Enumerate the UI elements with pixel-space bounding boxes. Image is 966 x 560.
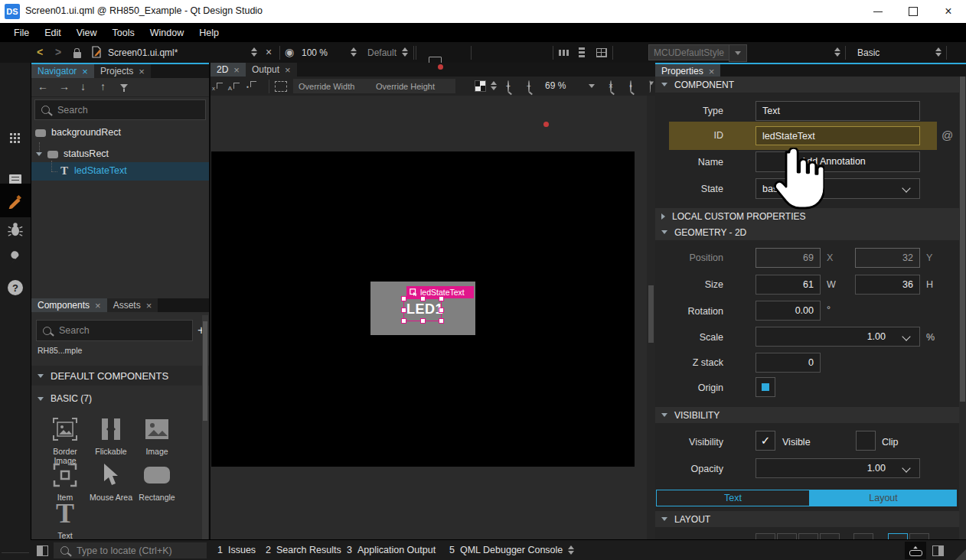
kit-spinner[interactable] — [402, 47, 408, 57]
anchor-bottom-button[interactable] — [777, 533, 797, 539]
properties-scrollbar[interactable] — [959, 77, 966, 539]
unlock-icon[interactable] — [73, 52, 81, 58]
section-component[interactable]: COMPONENT — [655, 77, 965, 93]
opacity-field[interactable]: 1.00 — [756, 458, 920, 478]
run-icon[interactable]: ◉ — [285, 46, 294, 58]
toggle-right-panel-icon[interactable] — [932, 545, 944, 556]
zoom-dropdown-icon[interactable] — [589, 84, 595, 88]
toggle-left-panel-icon[interactable] — [37, 545, 48, 556]
section-visibility[interactable]: VISIBILITY — [655, 407, 965, 423]
workspace-spinner[interactable] — [935, 47, 942, 57]
component-text[interactable]: T Text — [42, 499, 88, 539]
run-zoom-value[interactable]: 100 % — [302, 47, 328, 58]
selection-handle[interactable] — [439, 318, 444, 324]
snapping-icon[interactable] — [275, 81, 287, 92]
workspace-selector[interactable]: Basic — [857, 47, 880, 58]
output-pane-application-output[interactable]: 3Application Output — [347, 545, 436, 555]
components-scrollbar[interactable] — [202, 315, 208, 539]
selection-handle[interactable] — [420, 318, 426, 324]
close-icon[interactable]: × — [146, 301, 152, 311]
nav-forward-icon[interactable]: → — [59, 80, 70, 93]
projects-wrench-icon[interactable] — [7, 250, 24, 269]
debug-mode-icon[interactable] — [7, 221, 24, 240]
reset-view-icon[interactable] — [649, 80, 651, 93]
expand-arrow-icon[interactable] — [36, 152, 42, 156]
minimize-button[interactable] — [860, 0, 896, 23]
size-w-field[interactable]: 61 — [756, 275, 821, 295]
selection-handle[interactable] — [401, 308, 406, 313]
tab-text-properties[interactable]: Text — [656, 490, 810, 506]
tab-navigator[interactable]: Navigator× — [31, 64, 94, 78]
navigator-search[interactable] — [34, 99, 206, 120]
locator-input[interactable] — [75, 545, 200, 557]
scale-field[interactable]: 1.00 — [756, 327, 920, 347]
annotation-at-icon[interactable]: @ — [942, 129, 953, 142]
selection-handle[interactable] — [401, 318, 406, 324]
tab-components[interactable]: Components× — [31, 298, 107, 312]
menu-window[interactable]: Window — [142, 23, 191, 42]
anchor-horizontal-center-button[interactable] — [909, 533, 929, 539]
zoom-out-icon[interactable] — [528, 80, 530, 93]
style-selector[interactable]: MCUDefaultStyle — [648, 44, 736, 60]
module-chip[interactable]: RH85...mple — [38, 346, 82, 355]
menu-edit[interactable]: Edit — [37, 23, 69, 42]
tab-projects[interactable]: Projects× — [94, 64, 151, 78]
kit-selector[interactable]: Default — [367, 47, 397, 58]
progress-indicator[interactable] — [905, 542, 926, 559]
style-dropdown-arrow[interactable] — [729, 44, 747, 62]
section-layout[interactable]: LAYOUT — [655, 511, 965, 527]
menu-help[interactable]: Help — [191, 23, 227, 42]
design-mode-tile[interactable] — [0, 184, 31, 217]
open-file-name[interactable]: Screen01.ui.qml* — [108, 47, 178, 58]
section-geometry-2d[interactable]: GEOMETRY - 2D — [655, 224, 965, 240]
output-pane-issues[interactable]: 1Issues — [217, 545, 256, 555]
tab-2d[interactable]: 2D× — [210, 63, 246, 77]
tree-row-backgroundrect[interactable]: backgroundRect — [31, 124, 209, 142]
clip-checkbox[interactable] — [856, 431, 876, 451]
close-icon[interactable]: × — [233, 65, 240, 75]
filter-icon[interactable] — [120, 84, 128, 92]
back-icon[interactable]: < — [37, 46, 43, 58]
component-border-image[interactable]: Border Image — [42, 415, 88, 465]
section-default-components[interactable]: DEFAULT COMPONENTS — [31, 366, 209, 386]
component-flickable[interactable]: Flickable — [88, 415, 134, 456]
background-color-icon[interactable] — [475, 80, 486, 92]
locator[interactable] — [54, 542, 207, 558]
help-mode-icon[interactable]: ? — [8, 280, 23, 295]
output-pane-spinner[interactable] — [568, 545, 574, 555]
close-icon[interactable]: × — [95, 301, 101, 311]
menu-tools[interactable]: Tools — [105, 23, 142, 42]
background-spinner[interactable] — [491, 81, 497, 90]
tree-row-statusrect[interactable]: statusRect — [31, 145, 209, 164]
tab-layout-properties[interactable]: Layout — [810, 490, 957, 506]
distribute-horizontal-icon[interactable] — [559, 50, 569, 56]
selection-handle[interactable] — [439, 308, 444, 313]
anchor-fill-button[interactable] — [853, 533, 873, 539]
close-icon[interactable]: × — [139, 67, 145, 77]
workspace-spinner-left[interactable] — [834, 47, 840, 57]
nav-move-up-icon[interactable]: ↑ — [100, 80, 106, 93]
tree-row-ledstatetext[interactable]: T ledStateText — [31, 162, 209, 181]
anchor-right-button[interactable] — [820, 533, 840, 539]
close-icon[interactable]: × — [82, 67, 88, 77]
nav-move-down-icon[interactable]: ↓ — [80, 80, 86, 93]
zoom-in-icon[interactable] — [507, 80, 509, 93]
close-button[interactable]: × — [931, 0, 966, 23]
nav-back-icon[interactable]: ← — [38, 80, 48, 93]
id-field[interactable]: ledStateText — [756, 126, 920, 145]
canvas-area[interactable]: ledStateText LED1 — [210, 96, 655, 560]
selection-handle[interactable] — [420, 296, 426, 301]
canvas-scrollbar[interactable] — [647, 96, 655, 560]
components-search-input[interactable] — [57, 324, 186, 337]
welcome-mode-icon[interactable] — [10, 133, 12, 135]
anchor-vertical-center-button[interactable] — [888, 533, 908, 539]
components-search[interactable] — [36, 320, 193, 341]
close-icon[interactable]: × — [285, 65, 291, 75]
zoom-selection-icon[interactable] — [630, 80, 631, 93]
file-spinner[interactable] — [251, 47, 257, 57]
component-item[interactable]: Item — [42, 461, 88, 502]
menu-view[interactable]: View — [69, 23, 105, 42]
canvas-zoom-value[interactable]: 69 % — [545, 80, 566, 91]
zstack-field[interactable]: 0 — [756, 353, 821, 373]
distribute-vertical-icon[interactable] — [579, 47, 585, 58]
